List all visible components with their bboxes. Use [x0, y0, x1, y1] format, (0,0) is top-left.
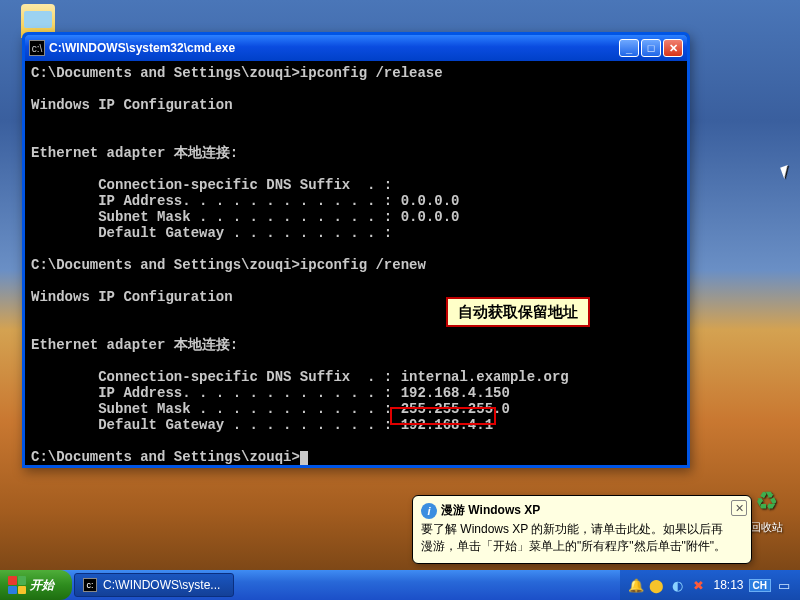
annotation-highlight-ip: [390, 407, 496, 425]
annotation-text: 自动获取保留地址: [458, 303, 578, 322]
start-button[interactable]: 开始: [0, 570, 72, 600]
terminal-output: C:\Documents and Settings\zouqi>ipconfig…: [25, 61, 687, 465]
windows-logo-icon: [8, 576, 26, 594]
balloon-body: 要了解 Windows XP 的新功能，请单击此处。如果以后再漫游，单击「开始」…: [421, 521, 727, 555]
tray-icon-volume[interactable]: ◐: [670, 577, 686, 593]
taskbar-item-label: C:\WINDOWS\syste...: [103, 578, 220, 592]
taskbar-item-cmd[interactable]: c: C:\WINDOWS\syste...: [74, 573, 234, 597]
titlebar[interactable]: c:\ C:\WINDOWS\system32\cmd.exe _ □ ✕: [25, 35, 687, 61]
tour-balloon[interactable]: ✕ i 漫游 Windows XP 要了解 Windows XP 的新功能，请单…: [412, 495, 752, 564]
tray-icon-alert[interactable]: ✖: [691, 577, 707, 593]
cmd-icon: c:\: [29, 40, 45, 56]
minimize-button[interactable]: _: [619, 39, 639, 57]
taskbar: 开始 c: C:\WINDOWS\syste... 🔔 ⬤ ◐ ✖ 18:13 …: [0, 570, 800, 600]
language-indicator[interactable]: CH: [749, 579, 771, 592]
recycle-icon: ♻: [749, 484, 783, 518]
cmd-icon: c:: [83, 578, 97, 592]
balloon-close-button[interactable]: ✕: [731, 500, 747, 516]
close-button[interactable]: ✕: [663, 39, 683, 57]
show-desktop-icon[interactable]: ▭: [776, 577, 792, 593]
annotation-callout: 自动获取保留地址: [446, 297, 590, 327]
cmd-window: c:\ C:\WINDOWS\system32\cmd.exe _ □ ✕ C:…: [22, 32, 690, 468]
start-label: 开始: [30, 577, 54, 594]
maximize-button[interactable]: □: [641, 39, 661, 57]
terminal-cursor: [300, 451, 308, 465]
tray-icon-network[interactable]: 🔔: [628, 577, 644, 593]
system-tray: 🔔 ⬤ ◐ ✖ 18:13 CH ▭: [620, 570, 800, 600]
taskbar-clock[interactable]: 18:13: [712, 578, 744, 592]
info-icon: i: [421, 503, 437, 519]
window-title: C:\WINDOWS\system32\cmd.exe: [49, 41, 619, 55]
balloon-title: 漫游 Windows XP: [441, 502, 540, 519]
tray-icon-security[interactable]: ⬤: [649, 577, 665, 593]
